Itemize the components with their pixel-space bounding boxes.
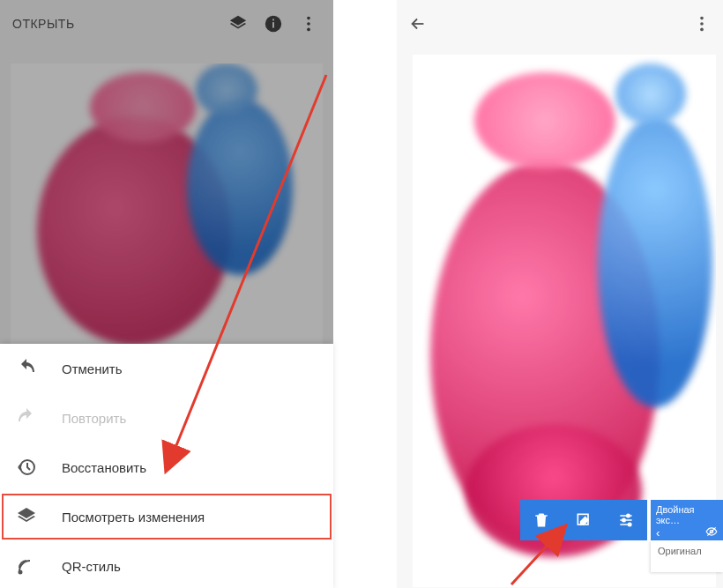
layers-icon xyxy=(16,506,37,527)
menu-redo-label: Повторить xyxy=(62,411,126,426)
menu-view-changes-label: Посмотреть изменения xyxy=(62,510,205,525)
filter-chip-double-exposure[interactable]: Двойная экс… ‹ xyxy=(651,500,723,540)
info-icon[interactable] xyxy=(256,6,291,41)
tune-button[interactable] xyxy=(605,500,647,540)
original-chip-label: Оригинал xyxy=(658,546,702,556)
original-chip[interactable]: Оригинал xyxy=(651,540,723,572)
svg-rect-2 xyxy=(272,19,274,21)
svg-point-3 xyxy=(307,17,310,20)
chevron-left-icon: ‹ xyxy=(656,526,660,540)
undo-icon xyxy=(16,358,37,379)
right-screen: Двойная экс… ‹ Оригинал xyxy=(397,0,723,588)
filter-chip-label: Двойная экс… xyxy=(656,504,718,525)
svg-rect-1 xyxy=(272,22,274,27)
brush-edit-button[interactable] xyxy=(563,500,605,540)
menu-view-changes[interactable]: Посмотреть изменения xyxy=(0,492,333,541)
left-preview-image xyxy=(11,63,323,344)
svg-point-14 xyxy=(629,523,631,525)
open-button[interactable]: ОТКРЫТЬ xyxy=(12,17,75,31)
menu-undo[interactable]: Отменить xyxy=(0,344,333,393)
menu-redo: Повторить xyxy=(0,393,333,443)
menu-restore-label: Восстановить xyxy=(62,460,146,475)
back-icon[interactable] xyxy=(400,6,436,41)
svg-point-13 xyxy=(622,518,625,521)
svg-point-8 xyxy=(700,17,704,20)
svg-point-9 xyxy=(700,22,704,26)
layers-icon[interactable] xyxy=(220,6,256,41)
eye-hidden-icon xyxy=(705,525,718,540)
left-top-area: ОТКРЫТЬ xyxy=(0,0,333,344)
left-toolbar: ОТКРЫТЬ xyxy=(0,0,333,48)
menu-restore[interactable]: Восстановить xyxy=(0,443,333,492)
delete-button[interactable] xyxy=(520,500,563,540)
svg-point-5 xyxy=(307,28,310,32)
menu-qr-label: QR-стиль xyxy=(62,559,121,574)
svg-point-10 xyxy=(700,28,704,32)
more-icon[interactable] xyxy=(684,6,719,41)
svg-point-7 xyxy=(19,571,22,574)
left-screen: ОТКРЫТЬ Отме xyxy=(0,0,333,588)
svg-point-12 xyxy=(627,514,630,517)
menu-undo-label: Отменить xyxy=(62,361,123,376)
edit-stack-toolbar xyxy=(520,500,647,540)
qr-icon xyxy=(16,555,37,577)
right-toolbar xyxy=(397,0,723,48)
history-icon xyxy=(16,457,37,478)
history-menu: Отменить Повторить Восстановить Посмотре… xyxy=(0,344,333,588)
svg-point-4 xyxy=(307,22,310,26)
menu-qr-style[interactable]: QR-стиль xyxy=(0,541,333,588)
redo-icon xyxy=(16,407,37,428)
more-icon[interactable] xyxy=(291,6,326,41)
